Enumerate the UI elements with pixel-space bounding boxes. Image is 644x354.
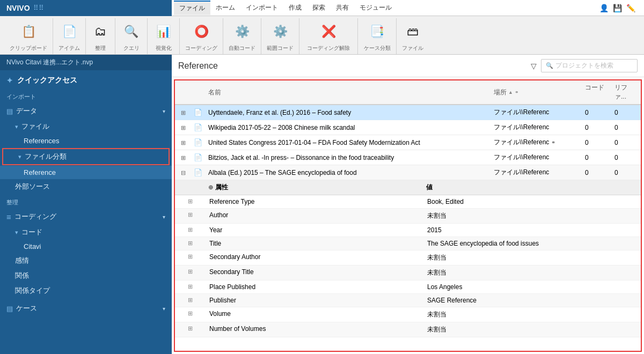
filter-icon[interactable]: ▽ [531, 62, 537, 70]
sidebar-item-references[interactable]: References [0, 134, 172, 148]
detail-label: Number of Volumes [205, 322, 423, 337]
detail-row: ⊞ Secondary Title 未割当 [175, 266, 641, 281]
clipboard-label: クリップボード [10, 45, 47, 54]
sidebar-item-file-classification[interactable]: ▾ ファイル分類 [2, 148, 170, 165]
user-icon[interactable]: 👤 [599, 4, 609, 12]
link-indicator: ⚭ [551, 139, 555, 145]
ref-ref: 0 [611, 106, 641, 119]
detail-value: 未割当 [423, 266, 641, 280]
ref-location: ファイル\\Referenc [491, 165, 582, 180]
menu-file[interactable]: ファイル [174, 1, 210, 15]
detail-row: ⊞ Secondary Author 未割当 [175, 250, 641, 266]
detail-row: ⊞ Title The SAGE encyclopedia of food is… [175, 237, 641, 250]
ref-name: Bitzios, Jack et al. -In press- – Disson… [205, 151, 491, 164]
case-class-button[interactable]: 📑 [367, 23, 387, 41]
app-dots: ⠿⠿ [33, 4, 44, 12]
detail-value: 未割当 [423, 307, 641, 322]
sidebar-item-file[interactable]: ▾ ファイル [0, 119, 172, 134]
ref-ref: 0 [611, 151, 641, 164]
ref-code: 0 [582, 136, 611, 149]
menu-create[interactable]: 作成 [283, 1, 307, 14]
sidebar-item-reference[interactable]: Reference [0, 166, 172, 179]
ref-name: Uyttendaele, Franz et al. (Ed.) 2016 – F… [205, 106, 491, 119]
sidebar-item-data[interactable]: ▤ データ ▾ [0, 103, 172, 119]
detail-label: Publisher [205, 294, 423, 307]
detail-attr-header: ⊕ 属性 [205, 180, 423, 195]
query-button[interactable]: 🔍 [121, 23, 142, 41]
sidebar-item-relation-type[interactable]: 関係タイプ [0, 283, 172, 298]
sidebar-item-case[interactable]: ▤ ケース ▾ [0, 300, 172, 316]
ref-name: United States Congress 2017-01-04 – FDA … [205, 136, 491, 149]
sidebar: NVivo Citavi 連携...エクト.nvp ✦ クイックアクセス インポ… [0, 55, 172, 354]
detail-val-header: 値 [423, 180, 641, 195]
uncode-button[interactable]: ❌ [318, 23, 339, 41]
detail-label: Title [205, 237, 423, 250]
sidebar-item-relation[interactable]: 関係 [0, 268, 172, 283]
doc-icon: 📄 [194, 153, 202, 161]
coding-label: コーディング [185, 45, 217, 54]
ref-location: ファイル\\Referenc [491, 150, 582, 165]
rangecode-button[interactable]: ⚙️ [270, 23, 291, 41]
expand-icon[interactable]: ⊞ [181, 139, 186, 146]
item-button[interactable]: 📄 [59, 23, 80, 41]
detail-value: 未割当 [423, 250, 641, 265]
table-row[interactable]: ⊞ 📄 Bitzios, Jack et al. -In press- – Di… [175, 150, 641, 165]
autocode-label: 自動コード [229, 45, 255, 54]
ref-name: Albala (Ed.) 2015 – The SAGE encyclopedi… [205, 166, 491, 179]
section-import: インポート [0, 91, 172, 103]
organize-button[interactable]: 🗂 [91, 23, 109, 41]
detail-value: Los Angeles [423, 281, 641, 293]
sidebar-item-feeling[interactable]: 感情 [0, 253, 172, 268]
menu-explore[interactable]: 探索 [307, 1, 331, 14]
uncode-label: コーディング解除 [307, 45, 350, 54]
menu-import[interactable]: インポート [240, 1, 283, 14]
col-ref: リファ... [611, 80, 641, 104]
expand-detail-icon[interactable]: ⊕ [208, 184, 213, 191]
section-organize: 整理 [0, 194, 172, 209]
search-box[interactable]: 🔍 プロジェクトを検索 [541, 59, 638, 72]
collapse-icon[interactable]: ⊟ [181, 169, 186, 176]
content-area: Reference ▽ 🔍 プロジェクトを検索 名前 場所 ▲ [172, 55, 644, 354]
query-label: クエリ [123, 45, 140, 54]
detail-value: 未割当 [423, 322, 641, 337]
menu-home[interactable]: ホーム [210, 1, 240, 14]
detail-row: ⊞ Author 未割当 [175, 209, 641, 224]
menu-share[interactable]: 共有 [331, 1, 354, 14]
autocode-button[interactable]: ⚙️ [232, 23, 253, 41]
ref-location: ファイル\\Referenc ⚭ [491, 135, 582, 150]
expand-icon[interactable]: ⊞ [181, 124, 186, 131]
table-row-expanded[interactable]: ⊟ 📄 Albala (Ed.) 2015 – The SAGE encyclo… [175, 165, 641, 180]
table-row[interactable]: ⊞ 📄 Uyttendaele, Franz et al. (Ed.) 2016… [175, 105, 641, 120]
organize-label: 整理 [95, 45, 106, 54]
sidebar-item-citavi[interactable]: Citavi [0, 240, 172, 253]
col-icon [191, 80, 205, 104]
ref-code: 0 [582, 106, 611, 119]
detail-row: ⊞ Number of Volumes 未割当 [175, 322, 641, 337]
col-expand [175, 80, 191, 104]
edit-icon[interactable]: ✏️ [626, 4, 635, 12]
expand-icon[interactable]: ⊞ [181, 154, 186, 161]
item-label: アイテム [58, 45, 80, 54]
sidebar-item-external[interactable]: 外部ソース [0, 179, 172, 194]
detail-label: Secondary Title [205, 266, 423, 280]
menu-module[interactable]: モジュール [354, 1, 397, 14]
coding-button[interactable]: ⭕ [191, 23, 212, 41]
table-row[interactable]: ⊞ 📄 Wikipedia 2017-05-22 – 2008 Chinese … [175, 120, 641, 135]
save-icon[interactable]: 💾 [613, 4, 622, 12]
sidebar-item-code[interactable]: ▾ コード [0, 225, 172, 240]
ref-code: 0 [582, 121, 611, 134]
file-button[interactable]: 🗃 [404, 23, 422, 41]
quick-access[interactable]: ✦ クイックアクセス [0, 70, 172, 91]
table-row[interactable]: ⊞ 📄 United States Congress 2017-01-04 – … [175, 135, 641, 150]
detail-label: Place Published [205, 281, 423, 293]
col-name[interactable]: 名前 [205, 80, 491, 104]
ref-name: Wikipedia 2017-05-22 – 2008 Chinese milk… [205, 121, 491, 134]
expand-icon[interactable]: ⊞ [181, 109, 186, 116]
col-location[interactable]: 場所 ▲ ⚭ [491, 80, 582, 104]
clipboard-button[interactable]: 📋 [18, 23, 39, 41]
detail-label: Volume [205, 307, 423, 322]
detail-label: Secondary Author [205, 250, 423, 265]
sidebar-item-coding[interactable]: ≡ コーディング ▾ [0, 209, 172, 225]
visualize-button[interactable]: 📊 [153, 23, 174, 41]
detail-value: 2015 [423, 224, 641, 237]
